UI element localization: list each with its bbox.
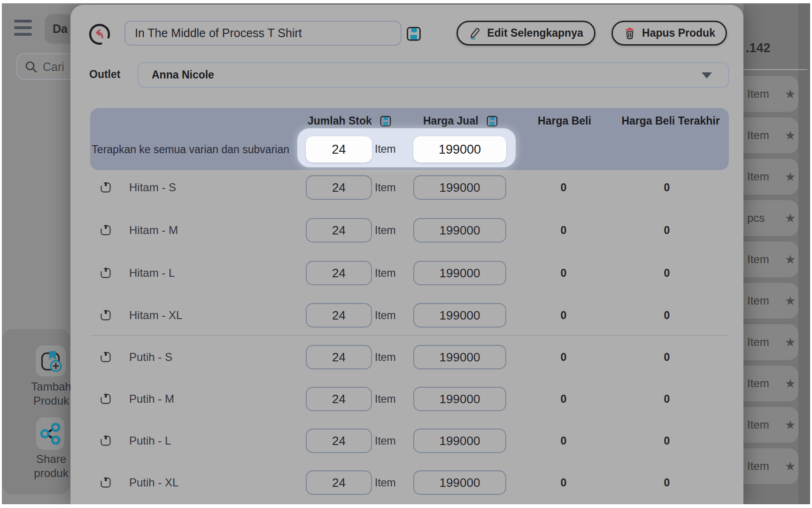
variant-name: Putih - L	[129, 434, 171, 447]
background-list-item[interactable]: Item ★	[743, 242, 798, 277]
variant-stock-input[interactable]	[306, 218, 372, 242]
list-item-unit: Item	[747, 448, 769, 484]
variant-group-divider	[90, 335, 729, 336]
list-item-unit: Item	[747, 159, 769, 195]
variant-price-input[interactable]	[413, 261, 506, 285]
outlet-dropdown[interactable]: Anna Nicole	[138, 62, 729, 88]
delete-product-button[interactable]: Hapus Produk	[611, 21, 727, 46]
variant-row: Putih - L Item 0 0	[70, 429, 743, 453]
variant-unit-label: Item	[375, 224, 396, 237]
edit-more-label: Edit Selengkapnya	[487, 27, 583, 39]
variant-stock-input[interactable]	[306, 345, 372, 369]
variant-buy-price: 0	[517, 309, 611, 322]
background-list-item[interactable]: Item ★	[743, 448, 798, 484]
undo-circle-icon	[87, 22, 112, 47]
variant-unit-label: Item	[375, 309, 396, 322]
column-header-buy-price: Harga Beli	[518, 115, 611, 127]
add-product-button[interactable]	[36, 345, 66, 376]
variant-price-input[interactable]	[413, 345, 506, 369]
variant-name: Hitam - M	[129, 224, 178, 237]
variant-package-icon	[100, 181, 112, 194]
variant-package-icon	[100, 267, 112, 279]
list-divider	[743, 69, 807, 70]
favorite-star-icon[interactable]: ★	[785, 159, 796, 195]
share-product-button[interactable]	[36, 417, 64, 450]
variant-stock-input[interactable]	[306, 470, 372, 495]
favorite-star-icon[interactable]: ★	[785, 366, 796, 401]
variant-stock-input[interactable]	[306, 175, 372, 200]
favorite-star-icon[interactable]: ★	[785, 448, 796, 484]
list-item-unit: Item	[747, 366, 769, 401]
variant-package-icon	[100, 435, 112, 447]
variant-unit-label: Item	[375, 181, 396, 194]
save-floppy-icon	[406, 26, 422, 42]
variant-package-icon	[100, 477, 112, 489]
background-list-item[interactable]: Item ★	[743, 407, 798, 443]
product-count: .142	[746, 41, 771, 55]
background-list-item[interactable]: pcs ★	[743, 200, 798, 236]
column-header-sell-price: Harga Jual	[423, 115, 498, 127]
delete-product-label: Hapus Produk	[642, 27, 715, 39]
apply-all-price-input[interactable]	[413, 136, 506, 163]
variant-stock-input[interactable]	[306, 303, 372, 328]
edit-more-button[interactable]: Edit Selengkapnya	[456, 21, 595, 46]
variant-last-buy-price: 0	[620, 351, 714, 364]
outlet-selected-value: Anna Nicole	[152, 63, 214, 87]
background-list-item[interactable]: Item ★	[743, 117, 798, 153]
favorite-star-icon[interactable]: ★	[785, 324, 796, 360]
apply-all-stock-input[interactable]	[306, 136, 372, 163]
back-button[interactable]	[87, 22, 112, 47]
background-list-item[interactable]: Item ★	[743, 76, 798, 112]
variant-price-input[interactable]	[413, 387, 506, 411]
favorite-star-icon[interactable]: ★	[785, 200, 796, 236]
apply-all-unit-label: Item	[375, 143, 396, 156]
variant-last-buy-price: 0	[620, 393, 714, 406]
save-price-icon[interactable]	[486, 115, 498, 127]
search-box[interactable]	[16, 53, 78, 80]
variant-name: Putih - M	[129, 392, 174, 406]
list-item-unit: Item	[747, 242, 769, 277]
chevron-down-icon	[702, 72, 712, 78]
variant-row: Hitam - L Item 0 0	[70, 261, 743, 285]
variant-stock-input[interactable]	[306, 429, 372, 453]
variant-stock-input[interactable]	[306, 387, 372, 411]
product-name-input[interactable]	[124, 21, 402, 46]
variant-buy-price: 0	[517, 181, 611, 194]
app-screen: Da Tambah Produk	[2, 3, 810, 504]
favorite-star-icon[interactable]: ★	[785, 242, 796, 277]
variant-stock-input[interactable]	[306, 261, 372, 285]
variant-unit-label: Item	[375, 435, 396, 447]
favorite-star-icon[interactable]: ★	[785, 76, 796, 112]
variant-price-input[interactable]	[413, 470, 506, 495]
variant-name: Putih - S	[129, 351, 172, 364]
outlet-label: Outlet	[89, 68, 120, 81]
background-list-item[interactable]: Item ★	[743, 159, 798, 195]
variant-row: Putih - S Item 0 0	[70, 345, 743, 369]
variant-price-input[interactable]	[413, 218, 506, 242]
hamburger-menu-icon[interactable]	[14, 20, 32, 36]
product-actions-card: Tambah Produk Share produk	[2, 329, 70, 494]
background-list-item[interactable]: Item ★	[743, 283, 798, 319]
variant-price-input[interactable]	[413, 303, 506, 328]
variant-price-input[interactable]	[413, 175, 506, 200]
variant-row: Putih - M Item 0 0	[70, 387, 743, 411]
background-list-item[interactable]: Item ★	[743, 324, 798, 360]
list-item-unit: Item	[747, 283, 769, 319]
variant-last-buy-price: 0	[620, 181, 714, 194]
favorite-star-icon[interactable]: ★	[785, 407, 796, 443]
background-list-item[interactable]: Item ★	[743, 366, 798, 401]
variant-package-icon	[100, 309, 112, 321]
share-icon	[39, 423, 61, 445]
variant-buy-price: 0	[517, 477, 611, 489]
variant-unit-label: Item	[375, 477, 396, 489]
edit-product-modal: Edit Selengkapnya Hapus Produk Outlet An…	[70, 5, 743, 504]
variant-unit-label: Item	[375, 351, 396, 364]
variant-buy-price: 0	[517, 267, 611, 280]
save-stock-icon[interactable]	[379, 115, 392, 127]
variant-price-input[interactable]	[413, 429, 506, 453]
pencil-icon	[469, 27, 481, 39]
favorite-star-icon[interactable]: ★	[785, 117, 796, 153]
variant-name: Hitam - L	[129, 266, 175, 280]
save-product-name-button[interactable]	[406, 26, 422, 42]
favorite-star-icon[interactable]: ★	[785, 283, 796, 319]
